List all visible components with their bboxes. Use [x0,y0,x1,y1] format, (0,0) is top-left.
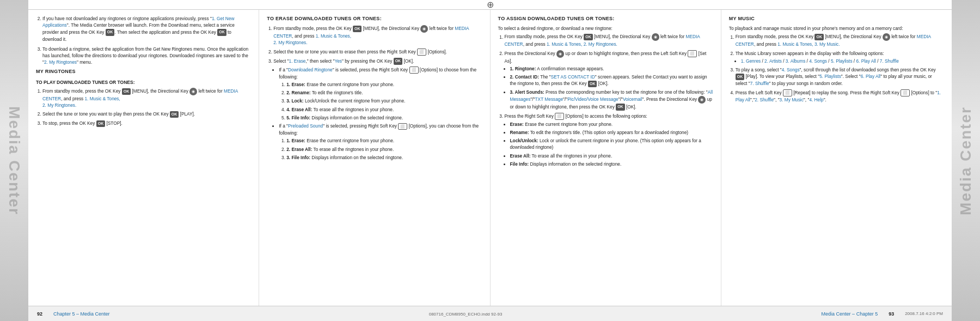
columns-container: If you have not downloaded any ringtones… [28,10,952,306]
sidebar-left: Media Center [0,0,28,321]
list-item: From standby mode, press the OK Key OK [… [736,33,944,47]
sidebar-right-text: Media Center [957,106,975,215]
list-item: From standby mode, press the OK Key OK [… [273,25,482,46]
right-chapter-label: Media Center – Chapter 5 [822,311,878,317]
ok-btn-icon: OK [394,58,403,64]
my-music-title: MY MUSIC [729,15,944,22]
top-bar: ⊕ [28,0,952,10]
bottom-right: Media Center – Chapter 5 93 2008.7.16 4:… [822,311,943,317]
list-item: 3. Lock: Lock/Unlock the current rington… [286,98,482,104]
sidebar-right: Media Center [952,0,980,321]
list-item: Select the tune or tone you want to eras… [273,49,482,56]
directional-key-icon: ◉ [698,96,706,104]
main-content: ⊕ If you have not downloaded any rington… [28,0,952,321]
my-music-intro: To playback and manage music stored in y… [729,25,944,32]
rsk-btn-icon: ⬜ [555,113,564,119]
list-item: Select "1. Erase," then select "Yes" by … [273,58,482,161]
list-item: 5. File Info: Displays information on th… [286,114,482,121]
list-item: 1. Erase: Erase the current ringtone fro… [286,81,482,88]
list-item: To play a song, select "4. Songs", scrol… [736,66,944,87]
crosshair-icon: ⊕ [487,0,494,10]
list-item: From standby mode, press the OK Key OK [… [505,33,713,47]
list-item: Press the Right Soft Key ⬜ [Options] to … [505,113,713,168]
list-item: To stop, press the OK Key OK [STOP]. [42,120,251,127]
list-item: 2. Rename: To edit the ringtone's title. [286,89,482,96]
bottom-bar: 92 Chapter 5 – Media Center 080716_CDM89… [28,306,952,321]
column-2: TO ERASE DOWNLOADED TUNES OR TONES: From… [259,10,490,306]
list-item: Erase: Erase the current ringtone from y… [510,121,713,128]
directional-key-icon: ◉ [420,25,428,33]
list-item: If a "Preloaded Sound" is selected, pres… [279,123,482,161]
ok-btn-icon: OK [616,104,625,110]
list-item: 3. Alert Sounds: Press the corresponding… [510,89,713,110]
list-item: 1. Genres / 2. Artists / 3. Albums / 4. … [741,58,944,64]
erase-downloaded-title: TO ERASE DOWNLOADED TUNES OR TONES: [267,15,482,22]
directional-key-icon: ◉ [883,33,890,41]
list-item: The Music Library screen appears in the … [736,50,944,65]
ok-btn-icon: OK [217,29,226,35]
directional-key-icon: ◉ [189,88,197,95]
ok-btn-icon: OK [736,74,745,80]
ok-btn-icon: OK [170,111,179,118]
ok-btn-icon: OK [814,34,824,40]
lsk-btn-icon: ⬜ [688,50,697,57]
left-page-number: 92 [37,311,42,317]
list-item: Press the Directional Key ◉ up or down t… [505,50,713,111]
list-item: 1. Ringtone: A confirmation message appe… [510,65,713,72]
list-item: File Info: Displays information on the s… [510,161,713,167]
list-item: Erase All: To erase all the ringtones in… [510,153,713,159]
list-item: 3. File Info: Displays information on th… [286,154,482,161]
ok-btn-icon: OK [106,29,115,35]
ok-btn-icon: OK [122,88,131,95]
ok-btn-icon: OK [584,34,593,40]
rsk-btn-icon: ⬜ [901,89,910,96]
list-item: Lock/Unlock: Lock or unlock the current … [510,137,713,151]
column-3: TO ASSIGN DOWNLOADED TUNES OR TONES: To … [491,10,721,306]
column-4: MY MUSIC To playback and manage music st… [721,10,952,306]
bottom-center: 080716_CDM8950_ECHO.indd 92-93 [110,311,822,317]
file-info-text: 080716_CDM8950_ECHO.indd 92-93 [429,312,503,317]
rsk-btn-icon: ⬜ [417,49,426,55]
page-container: Media Center Media Center ⊕ If you have … [0,0,980,321]
rsk-btn-icon: ⬜ [409,66,419,73]
directional-key-icon: ◉ [652,33,659,41]
list-item: From standby mode, press the OK Key OK [… [42,88,251,109]
bottom-left: 92 Chapter 5 – Media Center [37,311,110,317]
list-item: Select the tune or tone you want to play… [42,111,251,118]
list-item: To download a ringtone, select the appli… [42,46,251,66]
list-item: Press the Left Soft Key ⬜ [Repeat] to re… [736,89,944,103]
list-item: Rename: To edit the ringtone's title. (T… [510,129,713,136]
right-page-number: 93 [889,311,894,317]
rsk-btn-icon: ⬜ [398,123,407,130]
date-info-text: 2008.7.16 4:2:0 PM [905,311,943,316]
list-item: 1. Erase: Erase the current ringtone fro… [286,137,482,144]
assign-intro: To select a desired ringtone, or downloa… [498,25,713,32]
ok-btn-icon: OK [353,26,362,32]
list-item: If you have not downloaded any ringtones… [42,15,251,43]
list-item: 2. Erase All: To erase all the ringtones… [286,146,482,153]
directional-key-icon: ◉ [556,50,564,58]
ok-btn-icon: OK [588,81,597,87]
assign-downloaded-title: TO ASSIGN DOWNLOADED TUNES OR TONES: [498,15,713,22]
list-item: 4. Erase All: To erase all the ringtones… [286,106,482,113]
list-item: If a "Downloaded Ringtone" is selected, … [279,66,482,122]
my-ringtones-title: MY RINGTONES [36,68,251,75]
sidebar-left-text: Media Center [5,106,23,215]
left-chapter-label: Chapter 5 – Media Center [53,311,110,317]
lsk-btn-icon: ⬜ [783,89,792,96]
list-item: 2. Contact ID: The "SET AS CONTACT ID" s… [510,74,713,87]
ok-btn-icon: OK [96,120,106,127]
column-1: If you have not downloaded any ringtones… [28,10,259,306]
play-downloaded-tunes-title: TO PLAY DOWNLOADED TUNES OR TONES: [36,79,251,86]
